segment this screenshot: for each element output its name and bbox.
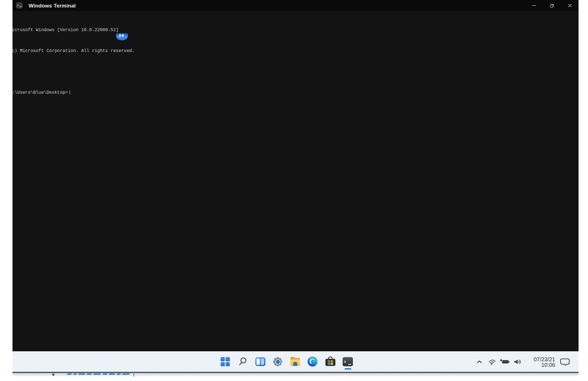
search-icon (238, 357, 248, 367)
badge-mark (119, 34, 121, 37)
window-title: Windows Terminal (29, 0, 76, 12)
notification-bubble-icon (560, 357, 570, 366)
restore-icon (550, 4, 554, 8)
wifi-icon (487, 358, 497, 365)
terminal-cursor: | (68, 90, 71, 95)
terminal-icon: › (343, 357, 353, 366)
close-icon (568, 3, 572, 8)
window-titlebar[interactable]: › Windows Terminal (13, 0, 579, 12)
terminal-output-line: Microsoft Windows [Version 10.0.22000.51… (13, 27, 134, 34)
tray-date: 07/23/21 (529, 356, 555, 362)
system-tray: 07/23/21 10:06 (476, 352, 570, 372)
terminal-output-line: (c) Microsoft Corporation. All rights re… (13, 48, 134, 55)
minimize-button[interactable] (526, 0, 542, 11)
battery-button[interactable] (500, 359, 510, 365)
edge-button[interactable] (308, 357, 318, 367)
notification-center-button[interactable] (560, 357, 570, 366)
edge-browser-icon (308, 357, 318, 367)
clock-date[interactable]: 07/23/21 10:06 (529, 356, 555, 368)
bullet-dot (52, 373, 54, 376)
hidden-icons-button[interactable] (476, 360, 482, 364)
clipped-page-content (52, 373, 144, 377)
taskbar-pinned-icons: › (220, 357, 353, 367)
task-view-icon (255, 357, 265, 366)
terminal-prompt-glyph: › (344, 357, 346, 366)
volume-button[interactable] (514, 358, 522, 365)
terminal-prompt-line: C:\Users\Blue\Desktop>| (13, 89, 134, 96)
window-controls (526, 0, 578, 12)
start-button[interactable] (220, 357, 230, 367)
speaker-icon (514, 358, 522, 365)
prompt-path: C:\Users\Blue\Desktop> (13, 90, 68, 95)
chevron-up-icon (476, 360, 482, 364)
screen-capture: › Windows Terminal Mic (13, 0, 579, 373)
windows-terminal-button[interactable]: › (343, 357, 353, 367)
badge-mark (122, 34, 124, 37)
search-button[interactable] (238, 357, 248, 367)
file-explorer-button[interactable] (290, 357, 300, 367)
minimize-icon (532, 5, 536, 6)
wifi-button[interactable] (488, 358, 496, 365)
taskbar: › (13, 351, 579, 372)
close-button[interactable] (562, 0, 578, 11)
terminal-blank-line (13, 68, 134, 75)
task-view-button[interactable] (255, 357, 265, 367)
battery-charging-icon (500, 359, 510, 365)
restore-button[interactable] (544, 0, 560, 11)
terminal-underscore-glyph (19, 6, 21, 7)
tray-time: 10:06 (529, 362, 555, 368)
windows-start-icon (221, 357, 230, 366)
gear-icon (273, 357, 283, 367)
terminal-output: Microsoft Windows [Version 10.0.22000.51… (13, 13, 134, 110)
store-bag-icon (325, 357, 336, 367)
terminal-prompt-glyph: › (17, 3, 18, 8)
terminal-app-icon: › (16, 3, 23, 8)
folder-icon (290, 357, 300, 366)
active-app-indicator (345, 368, 351, 370)
terminal-viewport[interactable]: Microsoft Windows [Version 10.0.22000.51… (13, 12, 579, 351)
settings-button[interactable] (273, 357, 283, 367)
terminal-underscore-glyph (348, 364, 351, 365)
microsoft-store-button[interactable] (325, 357, 335, 367)
